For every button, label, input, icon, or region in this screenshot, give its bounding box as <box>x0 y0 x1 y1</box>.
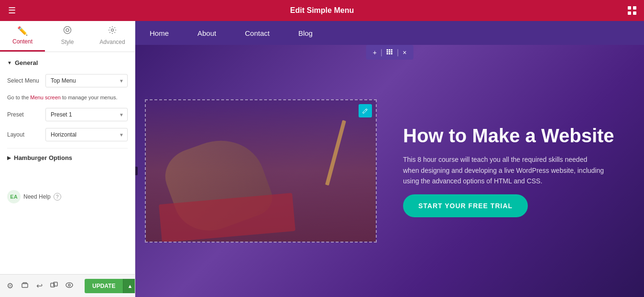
update-button-group: UPDATE ▲ <box>85 279 135 293</box>
svg-rect-3 <box>633 11 636 15</box>
select-menu-control: Top Menu ▼ <box>45 74 128 87</box>
top-bar: ☰ Edit Simple Menu <box>0 0 644 21</box>
pencil-decoration <box>325 120 346 185</box>
hamburger-options-label: Hamburger Options <box>14 154 72 161</box>
left-panel: ✏️ Content Style Advanced <box>0 21 135 297</box>
nav-bar: Home About Contact Blog <box>135 21 644 45</box>
layout-row: Layout Horizontal ▼ <box>7 128 128 141</box>
svg-rect-14 <box>391 49 393 51</box>
advanced-icon <box>108 26 117 37</box>
help-question-icon: ? <box>54 193 61 201</box>
svg-point-5 <box>64 27 71 34</box>
svg-point-4 <box>66 29 69 32</box>
svg-rect-19 <box>389 53 391 54</box>
content-icon: ✏️ <box>17 26 28 36</box>
bottom-bar: ⚙ ↩ UPDATE ▲ <box>0 274 135 297</box>
image-edit-button[interactable] <box>359 104 372 117</box>
need-help-label: Need Help <box>23 193 51 200</box>
need-help-badge[interactable]: EA Need Help ? <box>7 186 128 207</box>
preset-wrapper: Preset 1 ▼ <box>45 108 128 121</box>
svg-rect-17 <box>391 51 393 53</box>
svg-rect-8 <box>51 283 55 287</box>
tab-style-label: Style <box>61 39 74 45</box>
svg-rect-15 <box>387 51 388 53</box>
svg-rect-1 <box>633 6 636 10</box>
nav-item-blog[interactable]: Blog <box>298 27 313 40</box>
svg-rect-20 <box>391 53 393 54</box>
style-icon <box>63 26 72 37</box>
layers-icon[interactable] <box>19 279 31 293</box>
column-resize-handle[interactable]: ⋮ <box>135 167 138 175</box>
select-menu-label: Select Menu <box>7 77 45 84</box>
hamburger-section[interactable]: ▶ Hamburger Options <box>7 148 128 167</box>
grid-icon[interactable] <box>620 6 644 15</box>
ea-icon: EA <box>7 190 21 203</box>
preset-control: Preset 1 ▼ <box>45 108 128 121</box>
general-section-header[interactable]: ▼ General <box>7 59 128 66</box>
right-canvas: Home About Contact Blog + | | × ⋮ <box>135 21 644 297</box>
preset-row: Preset Preset 1 ▼ <box>7 108 128 121</box>
navigator-icon[interactable] <box>48 279 60 293</box>
svg-rect-2 <box>628 11 631 15</box>
hero-description: This 8 hour course will teach you all th… <box>403 154 604 186</box>
svg-rect-12 <box>387 49 388 51</box>
hamburger-icon[interactable]: ☰ <box>0 5 24 16</box>
add-element-button[interactable]: + <box>370 47 380 58</box>
tab-advanced[interactable]: Advanced <box>90 21 135 52</box>
svg-rect-0 <box>628 6 631 10</box>
select-menu-row: Select Menu Top Menu ▼ <box>7 74 128 87</box>
close-section-button[interactable]: × <box>400 47 409 58</box>
page-title: Edit Simple Menu <box>24 6 620 15</box>
svg-rect-9 <box>54 282 57 286</box>
tab-content[interactable]: ✏️ Content <box>0 21 45 52</box>
text-section: How to Make a Website This 8 hour course… <box>384 45 644 297</box>
select-menu-wrapper: Top Menu ▼ <box>45 74 128 87</box>
panel-content: ▼ General Select Menu Top Menu ▼ Go to t <box>0 52 135 297</box>
hero-title: How to Make a Website <box>403 125 625 147</box>
main-layout: ✏️ Content Style Advanced <box>0 21 644 297</box>
undo-icon[interactable]: ↩ <box>34 279 44 292</box>
floating-toolbar: + | | × <box>366 45 414 60</box>
svg-rect-13 <box>389 49 391 51</box>
tab-advanced-label: Advanced <box>99 39 125 45</box>
nav-item-contact[interactable]: Contact <box>245 27 270 40</box>
nav-item-home[interactable]: Home <box>150 27 169 40</box>
layout-wrapper: Horizontal ▼ <box>45 128 128 141</box>
svg-point-6 <box>111 29 114 32</box>
layout-label: Layout <box>7 131 45 138</box>
image-wrapper <box>145 99 377 243</box>
svg-point-10 <box>66 283 73 287</box>
chevron-right-icon: ▶ <box>7 155 11 160</box>
drag-handle-button[interactable] <box>383 47 396 58</box>
update-caret-button[interactable]: ▲ <box>123 279 135 293</box>
svg-rect-18 <box>387 53 388 54</box>
canvas-body: ⋮ How to Make <box>135 45 644 297</box>
menu-link-text: Go to the Menu screen to manage your men… <box>7 94 128 101</box>
svg-point-11 <box>68 284 70 286</box>
svg-rect-16 <box>389 51 391 53</box>
menu-screen-link[interactable]: Menu screen <box>30 95 61 100</box>
hero-image <box>146 100 376 242</box>
preset-label: Preset <box>7 111 45 118</box>
layout-control: Horizontal ▼ <box>45 128 128 141</box>
cta-button[interactable]: START YOUR FREE TRIAL <box>403 194 528 217</box>
update-button[interactable]: UPDATE <box>85 279 123 293</box>
settings-icon[interactable]: ⚙ <box>5 279 15 292</box>
tab-style[interactable]: Style <box>45 21 90 52</box>
preset-dropdown[interactable]: Preset 1 <box>45 108 128 121</box>
tabs-bar: ✏️ Content Style Advanced <box>0 21 135 52</box>
image-section: ⋮ <box>135 45 384 297</box>
select-menu-dropdown[interactable]: Top Menu <box>45 74 128 87</box>
chevron-down-icon: ▼ <box>7 60 12 65</box>
svg-rect-7 <box>22 284 28 287</box>
general-label: General <box>15 59 38 66</box>
preview-icon[interactable] <box>64 279 75 293</box>
nav-item-about[interactable]: About <box>197 27 216 40</box>
layout-dropdown[interactable]: Horizontal <box>45 128 128 141</box>
tab-content-label: Content <box>12 38 33 45</box>
